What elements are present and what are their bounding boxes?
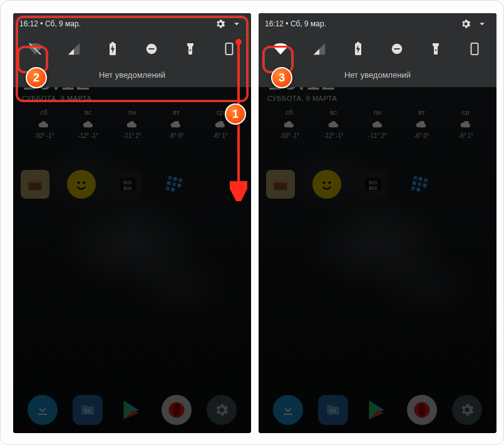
svg-rect-23 [148, 48, 154, 50]
portrait-rotation-toggle[interactable] [215, 36, 244, 61]
shade-header: 16:12 • Сб, 9 мар. [13, 13, 251, 34]
svg-rect-54 [357, 42, 359, 44]
wifi-toggle-on[interactable] [266, 36, 295, 61]
phone-right: 16:12 Суббота, 9 марта -2° сб-10° -1° вс… [259, 13, 496, 433]
svg-rect-58 [471, 43, 478, 54]
quick-settings-row [13, 34, 251, 62]
portrait-rotation-toggle[interactable] [460, 36, 489, 61]
svg-point-24 [190, 49, 192, 51]
cellular-signal-icon[interactable] [305, 36, 334, 61]
shade-header: 16:12 • Сб, 9 мар. [259, 13, 496, 34]
svg-rect-25 [226, 43, 233, 54]
wifi-toggle-off[interactable] [21, 36, 49, 61]
settings-gear-icon[interactable] [458, 16, 474, 32]
status-time-date: 16:12 • Сб, 9 мар. [19, 19, 81, 28]
do-not-disturb-toggle[interactable] [383, 36, 411, 61]
settings-gear-icon[interactable] [212, 16, 229, 32]
notification-shade[interactable]: 16:12 • Сб, 9 мар. Нет уведомлений [259, 13, 496, 87]
cellular-signal-icon[interactable] [59, 36, 88, 61]
no-notifications-text: Нет уведомлений [13, 62, 251, 87]
svg-rect-21 [111, 42, 114, 44]
status-time-date: 16:12 • Сб, 9 мар. [265, 19, 326, 28]
quick-settings-row [259, 34, 496, 62]
flashlight-toggle[interactable] [176, 36, 205, 61]
flashlight-toggle[interactable] [421, 36, 450, 61]
expand-chevron-icon[interactable] [229, 16, 245, 32]
no-notifications-text: Нет уведомлений [259, 62, 496, 87]
do-not-disturb-toggle[interactable] [137, 36, 166, 61]
battery-charging-icon[interactable] [344, 36, 373, 61]
notification-shade[interactable]: 16:12 • Сб, 9 мар. [13, 13, 251, 87]
svg-point-57 [435, 49, 437, 51]
expand-chevron-icon[interactable] [474, 16, 490, 32]
svg-rect-56 [394, 48, 399, 50]
phone-left: 16:12 Суббота, 9 марта -2° сб -10° -1° в… [13, 13, 251, 433]
battery-charging-icon[interactable] [98, 36, 127, 61]
